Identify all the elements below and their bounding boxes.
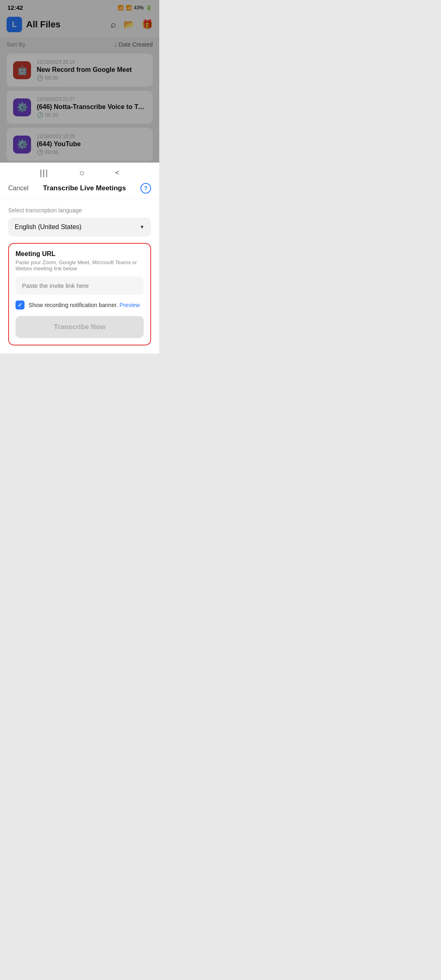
file-info-2: 12/18/2023 21:07 (646) Notta-Transcribe … — [37, 96, 146, 118]
file-icon-3: ⚙️ — [13, 136, 31, 154]
sheet-title: Transcribe Live Meetings — [43, 184, 126, 192]
file-item-3[interactable]: ⚙️ 12/18/2023 18:25 (644) YouTube 🕐 00:0… — [7, 128, 153, 161]
status-bar: 12:42 📶 📶 43% 🔋 — [0, 0, 159, 13]
transcribe-now-button[interactable]: Transcribe Now — [16, 316, 144, 338]
home-nav-button[interactable]: ○ — [79, 168, 85, 178]
help-button[interactable]: ? — [140, 183, 151, 194]
sort-value[interactable]: ↓ Date Created — [114, 41, 153, 48]
robot-icon-2: ⚙️ — [17, 102, 28, 113]
robot-icon-1: 🤖 — [17, 65, 28, 76]
meeting-url-description: Paste your Zoom, Google Meet, Microsoft … — [16, 259, 144, 272]
wifi-icon: 📶 — [118, 5, 124, 11]
page-title: All Files — [26, 19, 60, 30]
status-time: 12:42 — [7, 4, 23, 11]
file-duration-3: 🕐 00:06 — [37, 149, 146, 155]
top-nav: L All Files ⌕ 📂 🎁 — [0, 13, 159, 37]
meeting-url-title: Meeting URL — [16, 250, 144, 258]
bottom-sheet: Cancel Transcribe Live Meetings ? Select… — [0, 176, 159, 354]
file-duration-2: 🕐 00:10 — [37, 112, 146, 118]
notification-checkbox[interactable]: ✓ — [16, 301, 24, 310]
battery-text: 43% — [134, 5, 144, 11]
checkmark-icon: ✓ — [18, 302, 22, 308]
help-icon: ? — [144, 185, 148, 192]
meeting-url-input[interactable] — [16, 276, 144, 295]
meeting-url-section: Meeting URL Paste your Zoom, Google Meet… — [8, 243, 151, 345]
gift-icon[interactable]: 🎁 — [142, 19, 153, 30]
file-info-1: 12/19/2023 20:15 New Record from Google … — [37, 59, 146, 81]
nav-left: L All Files — [7, 17, 60, 32]
file-name-2: (646) Notta-Transcribe Voice to Text - .… — [37, 103, 146, 111]
nav-icons: ⌕ 📂 🎁 — [111, 19, 153, 30]
file-name-3: (644) YouTube — [37, 140, 146, 148]
search-icon[interactable]: ⌕ — [111, 19, 116, 30]
add-folder-icon[interactable]: 📂 — [123, 19, 134, 30]
file-date-2: 12/18/2023 21:07 — [37, 96, 146, 102]
sort-by-label: Sort By — [7, 41, 25, 48]
clock-icon-3: 🕐 — [37, 149, 43, 155]
clock-icon-2: 🕐 — [37, 112, 43, 118]
file-item-1[interactable]: 🤖 12/19/2023 20:15 New Record from Googl… — [7, 53, 153, 87]
sheet-body: Select transcription language English (U… — [0, 199, 159, 345]
language-label: Select transcription language — [8, 207, 151, 214]
file-date-1: 12/19/2023 20:15 — [37, 59, 146, 65]
back-nav-button[interactable]: < — [115, 169, 120, 177]
sort-date-label: Date Created — [119, 41, 153, 48]
file-list: 🤖 12/19/2023 20:15 New Record from Googl… — [0, 52, 159, 163]
file-duration-1: 🕐 00:36 — [37, 75, 146, 81]
battery-icon: 🔋 — [146, 5, 152, 11]
dropdown-arrow-icon: ▼ — [140, 224, 145, 230]
notification-text: Show recording notification banner. Prev… — [29, 302, 140, 308]
preview-link[interactable]: Preview — [120, 302, 140, 308]
menu-nav-button[interactable]: ||| — [40, 168, 49, 178]
file-icon-1: 🤖 — [13, 61, 31, 79]
robot-icon-3: ⚙️ — [17, 139, 28, 150]
notification-row: ✓ Show recording notification banner. Pr… — [16, 301, 144, 310]
signal-icon: 📶 — [126, 5, 132, 11]
clock-icon-1: 🕐 — [37, 75, 43, 81]
avatar[interactable]: L — [7, 17, 22, 32]
sort-arrow-icon: ↓ — [114, 41, 117, 48]
file-date-3: 12/18/2023 18:25 — [37, 134, 146, 139]
bottom-nav-bar: ||| ○ < — [0, 163, 159, 183]
file-item-2[interactable]: ⚙️ 12/18/2023 21:07 (646) Notta-Transcri… — [7, 91, 153, 124]
language-selector[interactable]: English (United States) ▼ — [8, 218, 151, 236]
file-info-3: 12/18/2023 18:25 (644) YouTube 🕐 00:06 — [37, 134, 146, 155]
cancel-button[interactable]: Cancel — [8, 185, 29, 192]
sort-bar: Sort By ↓ Date Created — [0, 37, 159, 52]
selected-language: English (United States) — [15, 223, 82, 231]
file-icon-2: ⚙️ — [13, 98, 31, 116]
file-name-1: New Record from Google Meet — [37, 66, 146, 74]
status-icons: 📶 📶 43% 🔋 — [118, 5, 152, 11]
